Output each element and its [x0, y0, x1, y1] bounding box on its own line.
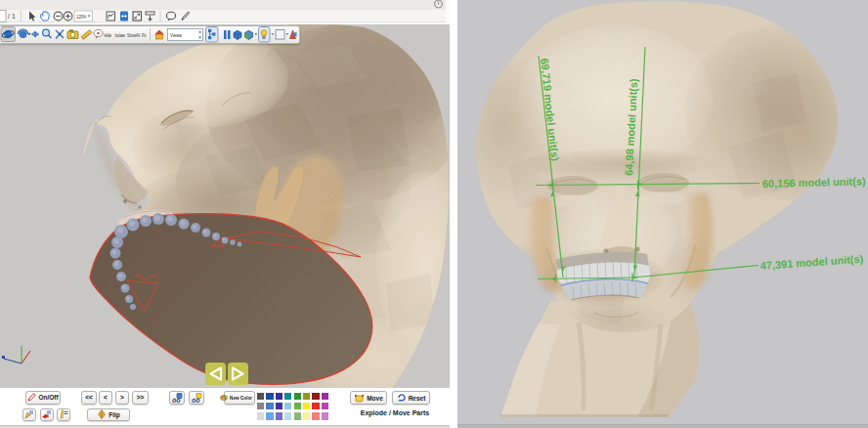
rotate-tool-icon[interactable]: [1, 27, 16, 42]
views-dropdown-value: Views: [170, 32, 182, 38]
snapshot-icon: óó: [192, 393, 202, 404]
last-label: >>: [137, 394, 145, 401]
palette-swatch[interactable]: [276, 412, 282, 419]
reset-button[interactable]: Reset: [392, 391, 430, 405]
prev-label: <: [104, 394, 108, 401]
prev-section-button-2[interactable]: <: [99, 391, 112, 405]
projection-cube-icon[interactable]: [234, 30, 241, 39]
pen-icon: [27, 393, 36, 402]
next-section-button-2[interactable]: >: [115, 391, 129, 405]
onoff-label: On/Off: [38, 394, 58, 401]
model-tree-icon[interactable]: [206, 27, 219, 43]
palette-swatch[interactable]: [266, 403, 273, 409]
reset-label: Reset: [409, 395, 426, 402]
palette-swatch[interactable]: [284, 393, 291, 400]
spin-tool-icon[interactable]: [19, 29, 30, 38]
pause-icon[interactable]: [224, 30, 231, 39]
fill-sign-icon[interactable]: [182, 12, 190, 21]
show-all-button[interactable]: ShowAll: [127, 32, 140, 38]
prev-section-button[interactable]: [205, 363, 226, 385]
palette-icon: [220, 395, 228, 401]
palette-swatch[interactable]: [276, 403, 282, 409]
acrobat-toolbar: / 1 120%: [0, 10, 446, 22]
palette-swatch[interactable]: [322, 403, 328, 409]
palette-swatch[interactable]: [312, 412, 319, 419]
save-view-icon: óó: [172, 393, 183, 404]
move-button[interactable]: Move: [350, 391, 387, 405]
zoom-tool-icon[interactable]: [43, 29, 52, 38]
palette-swatch[interactable]: [294, 393, 301, 400]
palette-swatch[interactable]: [303, 403, 310, 409]
palette-swatch[interactable]: [257, 403, 264, 409]
views-dropdown[interactable]: Views: [168, 29, 203, 41]
palette-swatch[interactable]: [294, 403, 301, 409]
home-icon[interactable]: [154, 30, 164, 40]
flip-button[interactable]: Flip: [87, 408, 130, 421]
new-color-button[interactable]: New Color: [224, 391, 255, 405]
comment-3d-icon[interactable]: [94, 29, 103, 39]
last-section-button[interactable]: >>: [132, 391, 149, 405]
snapshot-button[interactable]: óó: [189, 391, 204, 405]
first-label: <<: [85, 394, 93, 401]
onoff-button[interactable]: On/Off: [25, 391, 61, 405]
select-tool-icon[interactable]: [29, 12, 36, 21]
zoom-in-icon[interactable]: [64, 12, 72, 21]
render-mode-icon[interactable]: [245, 30, 258, 39]
measure-icon[interactable]: [81, 30, 92, 39]
measurement-view-panel: 60,156 model unit(s) 47,391 model unit(s…: [457, 0, 868, 428]
screenshot-stage: / 1 120%: [0, 0, 868, 428]
pdf-viewer-panel: / 1 120%: [0, 0, 450, 428]
hide-toolbar-icon[interactable]: [146, 12, 154, 21]
left-3d-viewport[interactable]: [0, 24, 450, 388]
page-number-input[interactable]: [0, 11, 6, 22]
palette-swatch[interactable]: [266, 412, 273, 419]
isolate-button[interactable]: Isolate: [115, 32, 126, 38]
palette-swatch[interactable]: [322, 412, 328, 419]
next-section-button[interactable]: [228, 363, 248, 385]
camera-icon[interactable]: [67, 29, 78, 38]
annotation-icon-2: [42, 409, 52, 419]
lighting-icon[interactable]: [259, 27, 275, 43]
zoom-level-dropdown[interactable]: 120%: [74, 11, 93, 21]
palette-swatch[interactable]: [284, 403, 291, 409]
annotation-button-3[interactable]: [57, 408, 70, 421]
hand-tool-icon[interactable]: [40, 11, 49, 21]
fit-width-icon[interactable]: [120, 12, 128, 21]
first-section-button[interactable]: <<: [81, 391, 97, 405]
palette-swatch[interactable]: [294, 412, 301, 419]
palette-swatch[interactable]: [276, 393, 282, 400]
annotation-icon-3: [59, 409, 68, 419]
fit-button[interactable]: Fit: [142, 32, 147, 38]
palette-swatch[interactable]: [312, 393, 319, 400]
hide-button[interactable]: Hide: [105, 32, 112, 38]
palette-swatch[interactable]: [284, 412, 291, 419]
palette-swatch[interactable]: [322, 393, 328, 400]
fly-tool-icon[interactable]: [56, 30, 64, 39]
comment-icon[interactable]: [166, 12, 175, 21]
cross-section-icon[interactable]: [290, 30, 297, 39]
page-count-label: / 1: [8, 13, 16, 20]
palette-swatch[interactable]: [257, 393, 264, 400]
viewer-3d-toolbar: Hide Isolate ShowAll Fit Views: [0, 25, 300, 44]
annotation-button-2[interactable]: [40, 408, 54, 421]
palette-swatch[interactable]: [312, 403, 319, 409]
palette-swatch[interactable]: [303, 412, 310, 419]
pan-tool-icon[interactable]: [31, 30, 39, 37]
window-top-strip: [0, 0, 446, 10]
palette-swatch[interactable]: [303, 393, 310, 400]
annotation-button-1[interactable]: [22, 408, 36, 421]
palette-swatch[interactable]: [257, 412, 264, 419]
background-color-icon[interactable]: [276, 30, 288, 40]
zoom-out-icon[interactable]: [54, 12, 63, 21]
next-label: >: [120, 394, 124, 401]
palette-swatch[interactable]: [266, 393, 273, 400]
explode-caption: Explode / Move Parts: [360, 409, 430, 416]
notification-icon[interactable]: [433, 0, 444, 10]
bottom-edge-right: [457, 424, 868, 428]
fullscreen-icon[interactable]: [133, 12, 142, 21]
move-icon: [354, 393, 365, 403]
right-3d-viewport[interactable]: 60,156 model unit(s) 47,391 model unit(s…: [457, 0, 868, 428]
fit-page-icon[interactable]: [107, 12, 115, 21]
svg-text:óó: óó: [192, 397, 200, 404]
save-view-button[interactable]: óó: [169, 391, 185, 405]
